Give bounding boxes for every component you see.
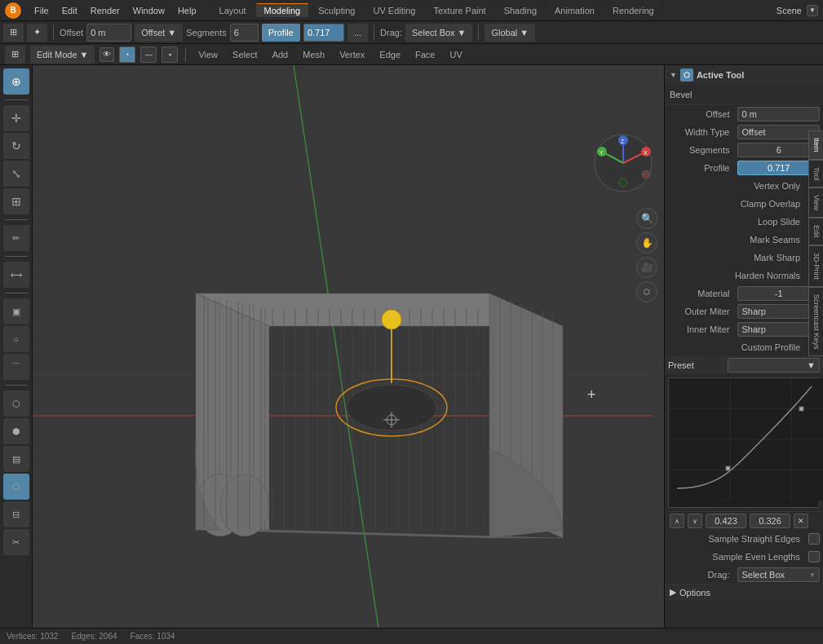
segments-prop-value[interactable]: 6 (737, 143, 820, 157)
side-tab-item[interactable]: Item (808, 130, 823, 160)
side-tab-tool[interactable]: Tool (808, 160, 823, 188)
header-icon[interactable]: ⊞ (5, 46, 25, 64)
scale-tool-btn[interactable]: ⤡ (3, 161, 29, 187)
right-panel: ▼ ⬠ Active Tool Bevel Offset 0 m Width T… (664, 65, 823, 644)
side-tab-edit[interactable]: Edit (808, 218, 823, 245)
active-tool-title: Active Tool (697, 70, 744, 80)
side-tab-view[interactable]: View (808, 187, 823, 218)
sample-straight-checkbox[interactable] (808, 533, 820, 545)
options-triangle: ▶ (670, 587, 676, 598)
inset-btn[interactable]: ▤ (3, 446, 29, 472)
lasso-select-btn[interactable]: ⌒ (3, 354, 29, 380)
camera-btn[interactable]: 🎥 (636, 257, 657, 278)
face-menu-btn[interactable]: Face (410, 49, 440, 60)
tab-layout[interactable]: Layout (211, 4, 254, 17)
more-options-btn[interactable]: ... (347, 24, 368, 42)
edit-mode-select[interactable]: Edit Mode ▼ (30, 46, 95, 64)
scene-selector[interactable]: ▼ (807, 5, 818, 16)
side-tabs-container: Item Tool View Edit 3D-Print Screencast … (808, 130, 823, 356)
material-value[interactable]: -1 (737, 286, 820, 301)
axis-gizmo[interactable]: Z X Y (591, 130, 656, 196)
zoom-in-btn[interactable]: 🔍 (636, 208, 657, 229)
circle-select-btn[interactable]: ○ (3, 326, 29, 352)
drag-select[interactable]: Select Box ▼ (737, 567, 820, 582)
pan-btn[interactable]: ✋ (636, 232, 657, 254)
wave1-btn[interactable]: ∧ (670, 514, 684, 528)
tab-shading[interactable]: Shading (496, 4, 545, 17)
profile-row: Profile 0.717 (665, 159, 823, 177)
tab-uv-editing[interactable]: UV Editing (365, 4, 423, 17)
face-select-btn[interactable]: ▪ (162, 46, 178, 63)
menu-file[interactable]: File (28, 4, 55, 17)
select-box-btn[interactable]: Select Box ▼ (405, 24, 472, 42)
tab-sculpting[interactable]: Sculpting (310, 4, 363, 17)
preset-select[interactable]: ▼ (728, 358, 820, 373)
side-tab-screencast[interactable]: Screencast Keys (808, 287, 823, 357)
left-sep2 (5, 219, 28, 220)
viewport[interactable]: User Perspective (1) VoltmeterBody (33, 65, 664, 644)
tool-name: Bevel (670, 88, 818, 101)
width-type-select[interactable]: Offset ▼ (737, 125, 820, 139)
edge-select-btn[interactable]: — (140, 46, 157, 63)
bevel-btn[interactable]: ⬠ (3, 474, 29, 500)
profile-prop-value[interactable]: 0.717 (737, 161, 820, 175)
tab-rendering[interactable]: Rendering (604, 4, 662, 17)
loop-cut-btn[interactable]: ⊟ (3, 501, 29, 527)
vertex-select-btn[interactable]: • (119, 46, 135, 63)
inner-miter-select[interactable]: Sharp ▼ (737, 322, 820, 337)
profile-label: Profile (268, 28, 294, 37)
tab-animation[interactable]: Animation (546, 4, 603, 17)
transform-orientation-btn[interactable]: Global ▼ (485, 24, 535, 42)
view-mode-btn[interactable]: ⊞ (3, 24, 24, 42)
cursor-tool-btn[interactable]: ⊕ (3, 68, 29, 95)
menu-edit[interactable]: Edit (55, 4, 84, 17)
offset-input[interactable] (86, 24, 131, 42)
select-menu-btn[interactable]: Select (228, 49, 263, 60)
annotate-tool-btn[interactable]: ✏ (3, 225, 29, 251)
knife-btn[interactable]: ✂ (3, 529, 29, 555)
uv-menu-btn[interactable]: UV (445, 49, 467, 60)
rotate-tool-btn[interactable]: ↻ (3, 133, 29, 159)
outer-miter-select[interactable]: Sharp ▼ (737, 304, 820, 319)
mesh-menu-btn[interactable]: Mesh (298, 49, 330, 60)
toggle-visibility-btn[interactable]: 👁 (100, 47, 114, 62)
extrude-btn[interactable]: ⬢ (3, 418, 29, 444)
edge-menu-btn[interactable]: Edge (374, 49, 405, 60)
material-row: Material -1 (665, 285, 823, 302)
move-tool-btn[interactable]: ✛ (3, 105, 29, 131)
svg-point-65 (642, 170, 650, 179)
main-area: ⊕ ✛ ↻ ⤡ ⊞ ✏ ⟷ ▣ ○ ⌒ ⬡ ⬢ ▤ ⬠ ⊟ ✂ User Per… (0, 65, 823, 644)
sample-even-checkbox[interactable] (808, 551, 820, 562)
offset-prop-value[interactable]: 0 m (737, 107, 820, 121)
add-mesh-btn[interactable]: ⬡ (3, 390, 29, 417)
edges-status: Edges: 2064 (71, 632, 117, 641)
transform-tool-btn[interactable]: ⊞ (3, 188, 29, 214)
tab-texture-paint[interactable]: Texture Paint (425, 4, 493, 17)
harden-normals-label: Harden Normals (668, 271, 805, 280)
segments-input[interactable] (230, 24, 259, 42)
coord-close-btn[interactable]: ✕ (794, 514, 808, 528)
options-header[interactable]: ▶ Options (665, 584, 823, 600)
menu-render[interactable]: Render (84, 4, 126, 17)
tab-modeling[interactable]: Modeling (256, 3, 309, 17)
drag-arrow: ▼ (809, 571, 816, 579)
perspective-btn[interactable]: ⬡ (636, 281, 657, 302)
view-menu-btn[interactable]: View (193, 49, 223, 60)
menu-help[interactable]: Help (171, 4, 203, 17)
mark-sharp-label: Mark Sharp (668, 253, 805, 262)
add-menu-btn[interactable]: Add (268, 49, 294, 60)
coord-x-input[interactable]: 0.423 (706, 514, 746, 528)
edit-mode-icon-btn[interactable]: ✦ (27, 24, 47, 42)
profile-input[interactable] (303, 24, 344, 42)
offset-type-btn[interactable]: Offset ▼ (135, 24, 183, 42)
box-select-btn[interactable]: ▣ (3, 298, 29, 324)
custom-profile-row: Custom Profile (665, 338, 823, 356)
measure-tool-btn[interactable]: ⟷ (3, 262, 29, 288)
wave2-btn[interactable]: ∨ (688, 514, 702, 528)
menu-window[interactable]: Window (126, 4, 171, 17)
vertex-menu-btn[interactable]: Vertex (334, 49, 369, 60)
side-tab-3dprint[interactable]: 3D-Print (808, 245, 823, 287)
coord-y-input[interactable]: 0.326 (750, 514, 790, 528)
profile-btn[interactable]: Profile (262, 24, 300, 42)
active-tool-header[interactable]: ▼ ⬠ Active Tool (665, 65, 823, 85)
